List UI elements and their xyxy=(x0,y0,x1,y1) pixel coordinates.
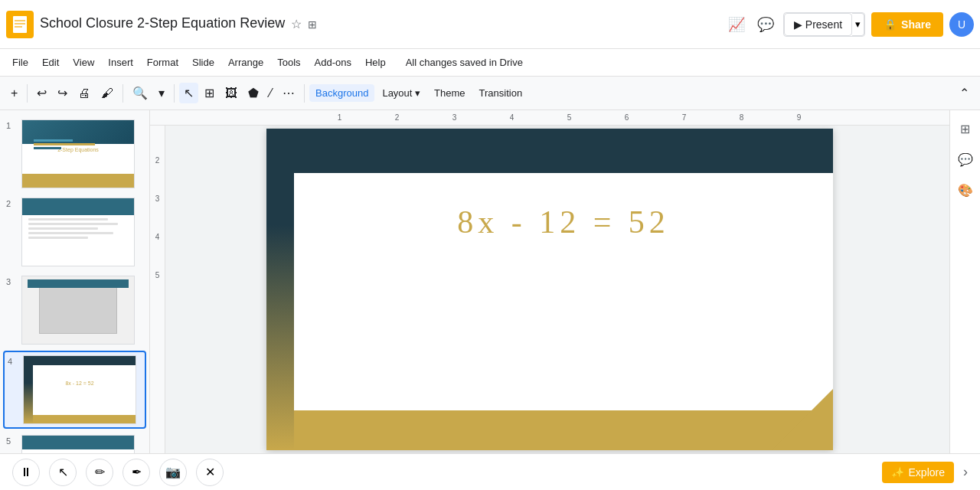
slide-border-bottom xyxy=(266,410,833,450)
explore-star-icon: ✨ xyxy=(891,466,904,479)
share-button[interactable]: 🔒 Share xyxy=(871,12,943,37)
cursor-button[interactable]: ↖ xyxy=(179,83,198,103)
zoom-out-button[interactable]: 🔍 xyxy=(128,83,152,103)
svg-rect-3 xyxy=(15,23,25,24)
slideshow-icon[interactable]: ⊞ xyxy=(953,116,978,141)
toolbar: + ↩ ↪ 🖨 🖌 🔍 ▾ ↖ ⊞ 🖼 ⬟ ⁄ ⋯ Background Lay… xyxy=(0,77,980,110)
textbox-button[interactable]: ⊞ xyxy=(200,83,219,103)
pause-button[interactable]: ⏸ xyxy=(12,459,40,486)
theme-button[interactable]: Theme xyxy=(428,84,471,102)
lines-button[interactable]: ⁄ xyxy=(265,83,276,103)
menu-view[interactable]: View xyxy=(67,54,100,71)
redo-button[interactable]: ↪ xyxy=(53,83,72,103)
lock-icon: 🔒 xyxy=(884,18,897,31)
activity-icon[interactable]: 📈 xyxy=(725,13,748,36)
slide-num-1: 1 xyxy=(6,119,17,130)
shapes-button[interactable]: ⬟ xyxy=(243,83,263,103)
menu-tools[interactable]: Tools xyxy=(271,54,306,71)
slide-border-top xyxy=(266,129,833,173)
divider-2 xyxy=(122,84,123,103)
share-label: Share xyxy=(901,18,931,31)
ruler-left-5: 5 xyxy=(155,271,160,309)
divider-4 xyxy=(304,84,305,103)
menu-slide[interactable]: Slide xyxy=(186,54,220,71)
explore-button[interactable]: ✨ Explore xyxy=(882,462,954,483)
ruler-num-8: 8 xyxy=(713,113,770,122)
menu-addons[interactable]: Add-ons xyxy=(309,54,358,71)
transition-button[interactable]: Transition xyxy=(473,84,529,102)
menu-insert[interactable]: Insert xyxy=(102,54,139,71)
pause-icon: ⏸ xyxy=(20,466,32,479)
ruler-left: 2 3 4 5 xyxy=(150,126,165,453)
video-button[interactable]: 📷 xyxy=(159,459,187,486)
undo-button[interactable]: ↩ xyxy=(32,83,51,103)
cursor-tool-button[interactable]: ↖ xyxy=(49,459,77,486)
zoom-menu-button[interactable]: ▾ xyxy=(154,83,169,103)
ruler-num-6: 6 xyxy=(598,113,655,122)
comments-icon[interactable]: 💬 xyxy=(754,13,777,36)
slide-thumb-2[interactable]: 2 xyxy=(3,194,146,270)
slides-panel: 1 2-Step Equations 2 xyxy=(0,110,150,490)
right-controls: 📈 💬 ▶ Present ▾ 🔒 Share U xyxy=(725,12,974,37)
pen-tool-button[interactable]: ✏ xyxy=(86,459,113,486)
canvas-container[interactable]: 2 3 4 5 8x - 12 = 52 xyxy=(150,126,949,453)
more-button[interactable]: ⋯ xyxy=(278,83,299,103)
ruler-top: 1 2 3 4 5 6 7 8 9 xyxy=(150,110,949,126)
ruler-num-5: 5 xyxy=(541,113,598,122)
slide-num-2: 2 xyxy=(6,198,17,208)
slide-thumb-4[interactable]: 4 8x - 12 = 52 xyxy=(3,351,146,429)
theme-panel-icon[interactable]: 🎨 xyxy=(953,178,978,202)
explore-arrow-button[interactable]: › xyxy=(963,464,968,480)
canvas-area: 1 2 3 4 5 6 7 8 9 2 3 4 5 xyxy=(150,110,949,490)
slide-border-left xyxy=(266,129,294,450)
add-button[interactable]: + xyxy=(6,83,22,103)
ruler-num-7: 7 xyxy=(655,113,713,122)
cursor-tool-icon: ↖ xyxy=(58,465,68,479)
slide-num-5: 5 xyxy=(6,435,17,446)
highlighter-tool-button[interactable]: ✒ xyxy=(122,459,150,486)
slide-preview-2 xyxy=(21,198,135,266)
doc-title[interactable]: School Closure 2-Step Equation Review xyxy=(40,15,285,31)
collapse-toolbar-button[interactable]: ⌃ xyxy=(955,83,974,103)
image-button[interactable]: 🖼 xyxy=(220,83,242,103)
slide-preview-1: 2-Step Equations xyxy=(21,119,135,188)
menu-edit[interactable]: Edit xyxy=(36,54,65,71)
close-presentation-button[interactable]: ✕ xyxy=(196,459,224,486)
present-dropdown-button[interactable]: ▾ xyxy=(852,13,864,36)
user-avatar[interactable]: U xyxy=(949,12,974,37)
title-area: School Closure 2-Step Equation Review ☆ … xyxy=(40,15,725,33)
comments-panel-icon[interactable]: 💬 xyxy=(953,147,978,172)
ruler-left-2: 2 xyxy=(155,156,160,194)
menu-format[interactable]: Format xyxy=(141,54,185,71)
divider-1 xyxy=(27,84,28,103)
svg-rect-4 xyxy=(15,26,22,28)
google-slides-icon xyxy=(6,11,34,38)
video-icon: 📷 xyxy=(165,465,181,479)
drive-icon[interactable]: ⊞ xyxy=(308,18,317,31)
slide-thumb-3[interactable]: 3 xyxy=(3,273,146,348)
present-icon: ▶ xyxy=(794,18,802,31)
ruler-num-1: 1 xyxy=(311,113,368,122)
all-changes-status: All changes saved in Drive xyxy=(400,54,529,71)
main-area: 1 2-Step Equations 2 xyxy=(0,110,980,490)
layout-button[interactable]: Layout ▾ xyxy=(376,84,426,102)
menu-help[interactable]: Help xyxy=(359,54,392,71)
slide-canvas[interactable]: 8x - 12 = 52 xyxy=(266,129,833,450)
background-button[interactable]: Background xyxy=(309,84,374,102)
star-icon[interactable]: ☆ xyxy=(291,17,302,31)
ruler-left-3: 3 xyxy=(155,194,160,233)
present-button[interactable]: ▶ Present xyxy=(784,13,852,36)
ruler-num-3: 3 xyxy=(426,113,483,122)
slide-thumb-1[interactable]: 1 2-Step Equations xyxy=(3,116,146,191)
print-button[interactable]: 🖨 xyxy=(74,83,95,103)
menu-arrange[interactable]: Arrange xyxy=(222,54,270,71)
menu-bar: File Edit View Insert Format Slide Arran… xyxy=(0,49,980,77)
present-label: Present xyxy=(805,18,842,31)
divider-3 xyxy=(174,84,175,103)
svg-rect-2 xyxy=(15,20,25,21)
ruler-num-2: 2 xyxy=(368,113,426,122)
menu-file[interactable]: File xyxy=(6,54,34,71)
slide-content[interactable]: 8x - 12 = 52 xyxy=(294,173,833,410)
equation-text[interactable]: 8x - 12 = 52 xyxy=(457,204,670,240)
paint-format-button[interactable]: 🖌 xyxy=(96,83,118,103)
